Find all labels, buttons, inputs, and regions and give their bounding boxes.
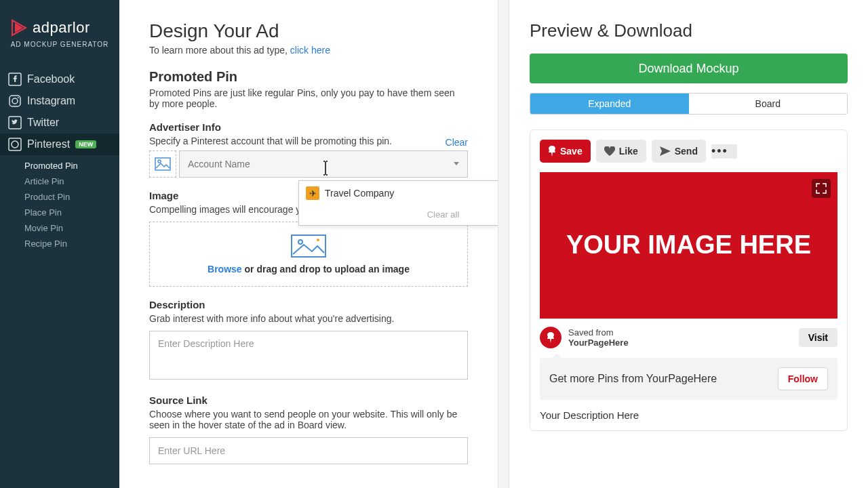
expand-icon[interactable]	[812, 179, 831, 198]
nav-twitter[interactable]: Twitter	[0, 112, 119, 134]
svg-point-13	[317, 239, 319, 241]
promoted-pin-title: Promoted Pin	[149, 69, 468, 85]
twitter-icon	[8, 116, 22, 129]
svg-rect-11	[292, 235, 326, 257]
pin-icon	[547, 332, 555, 343]
description-desc: Grab interest with more info about what …	[149, 313, 468, 324]
description-input[interactable]	[149, 331, 468, 380]
sidebar: adparlor AD MOCKUP GENERATOR Facebook In…	[0, 0, 119, 488]
nav-label: Twitter	[27, 117, 59, 129]
logo-mark-icon	[9, 19, 27, 37]
nav-label: Pinterest	[27, 138, 70, 150]
avatar	[540, 327, 561, 348]
image-icon	[155, 157, 171, 171]
learn-more-prefix: To learn more about this ad type,	[149, 45, 290, 56]
pin-like-button[interactable]: Like	[596, 140, 646, 163]
download-mockup-button[interactable]: Download Mockup	[530, 54, 848, 83]
form-panel: Design Your Ad To learn more about this …	[119, 0, 498, 488]
pin-image-placeholder: YOUR IMAGE HERE	[540, 172, 837, 319]
heart-icon	[604, 146, 615, 156]
brand-logo: adparlor	[0, 19, 119, 41]
tab-board[interactable]: Board	[689, 94, 848, 114]
upload-text: Browse or drag and drop to upload an ima…	[208, 264, 410, 274]
learn-more-link[interactable]: click here	[290, 45, 330, 56]
advertiser-thumb-upload[interactable]	[149, 150, 176, 178]
pinterest-icon	[8, 138, 22, 151]
subnav-article-pin[interactable]: Article Pin	[24, 174, 119, 189]
account-dropdown: ✈ Travel Company ✕ Clear all	[298, 180, 498, 226]
account-placeholder: Account Name	[188, 159, 250, 169]
save-label: Save	[560, 146, 583, 157]
preview-view-toggle: Expanded Board	[530, 93, 848, 115]
dropdown-option-travel-company[interactable]: ✈ Travel Company ✕	[299, 181, 498, 205]
like-label: Like	[619, 146, 638, 157]
subnav-movie-pin[interactable]: Movie Pin	[24, 220, 119, 236]
send-icon	[660, 146, 671, 156]
nav-pinterest[interactable]: Pinterest NEW	[0, 134, 119, 155]
source-link-title: Source Link	[149, 394, 468, 406]
advertiser-desc: Specify a Pinterest account that will be…	[149, 136, 392, 146]
advertiser-title: Advertiser Info	[149, 121, 392, 133]
svg-point-5	[18, 97, 19, 98]
send-label: Send	[675, 146, 698, 157]
facebook-icon	[8, 73, 22, 86]
brand-subtitle: AD MOCKUP GENERATOR	[0, 41, 119, 59]
promoted-pin-desc: Promoted Pins are just like regular Pins…	[149, 87, 461, 109]
more-pins-text: Get more Pins from YourPageHere	[549, 373, 717, 385]
svg-point-12	[298, 240, 302, 244]
tab-expanded[interactable]: Expanded	[530, 94, 689, 114]
nav-instagram[interactable]: Instagram	[0, 90, 119, 112]
pin-preview-card: Save Like Send •••	[530, 129, 848, 431]
account-name-select[interactable]: Account Name	[179, 150, 468, 178]
new-badge: NEW	[75, 140, 96, 148]
svg-rect-7	[9, 138, 21, 150]
svg-rect-9	[155, 158, 170, 170]
subnav-promoted-pin[interactable]: Promoted Pin	[24, 158, 119, 174]
subnav-place-pin[interactable]: Place Pin	[24, 205, 119, 220]
page-name: YourPageHere	[568, 338, 629, 348]
saved-from-text: Saved from YourPageHere	[568, 327, 629, 348]
description-title: Description	[149, 299, 468, 310]
follow-button[interactable]: Follow	[778, 367, 828, 390]
main-nav: Facebook Instagram Twitter Pinterest NEW…	[0, 68, 119, 251]
nav-facebook[interactable]: Facebook	[0, 68, 119, 90]
svg-point-10	[158, 160, 161, 163]
nav-label: Facebook	[27, 73, 75, 85]
preview-panel: Preview & Download Download Mockup Expan…	[509, 0, 868, 488]
dropdown-clear-all[interactable]: Clear all	[299, 205, 498, 225]
source-link-desc: Choose where you want to send people on …	[149, 409, 468, 430]
pinterest-subnav: Promoted Pin Article Pin Product Pin Pla…	[0, 155, 119, 251]
nav-label: Instagram	[27, 95, 75, 107]
browse-link[interactable]: Browse	[208, 264, 242, 274]
image-upload-icon	[290, 234, 327, 258]
saved-from-label: Saved from	[568, 327, 613, 338]
airplane-icon: ✈	[306, 186, 319, 200]
upload-text-rest: or drag and drop to upload an image	[242, 264, 410, 274]
instagram-icon	[8, 94, 22, 108]
learn-more-line: To learn more about this ad type, click …	[149, 45, 468, 56]
subnav-recipe-pin[interactable]: Recipe Pin	[24, 236, 119, 251]
svg-point-4	[12, 98, 18, 104]
pin-icon	[548, 146, 556, 157]
svg-point-8	[12, 141, 18, 148]
placeholder-text: YOUR IMAGE HERE	[566, 231, 811, 260]
image-upload-dropzone[interactable]: Browse or drag and drop to upload an ima…	[149, 222, 468, 287]
pin-send-button[interactable]: Send	[652, 140, 706, 163]
pin-more-button[interactable]: •••	[711, 144, 737, 159]
brand-name: adparlor	[33, 19, 90, 37]
chevron-down-icon	[454, 162, 459, 165]
page-title: Design Your Ad	[149, 20, 468, 42]
advertiser-clear-link[interactable]: Clear	[446, 137, 468, 148]
visit-button[interactable]: Visit	[799, 328, 837, 347]
preview-title: Preview & Download	[530, 20, 848, 41]
dropdown-option-label: Travel Company	[325, 188, 394, 199]
pin-save-button[interactable]: Save	[540, 140, 591, 163]
more-pins-callout: Get more Pins from YourPageHere Follow	[540, 358, 837, 400]
preview-description: Your Description Here	[540, 409, 837, 421]
subnav-product-pin[interactable]: Product Pin	[24, 189, 119, 205]
scrollbar[interactable]	[498, 0, 509, 488]
source-link-input[interactable]	[149, 437, 468, 464]
